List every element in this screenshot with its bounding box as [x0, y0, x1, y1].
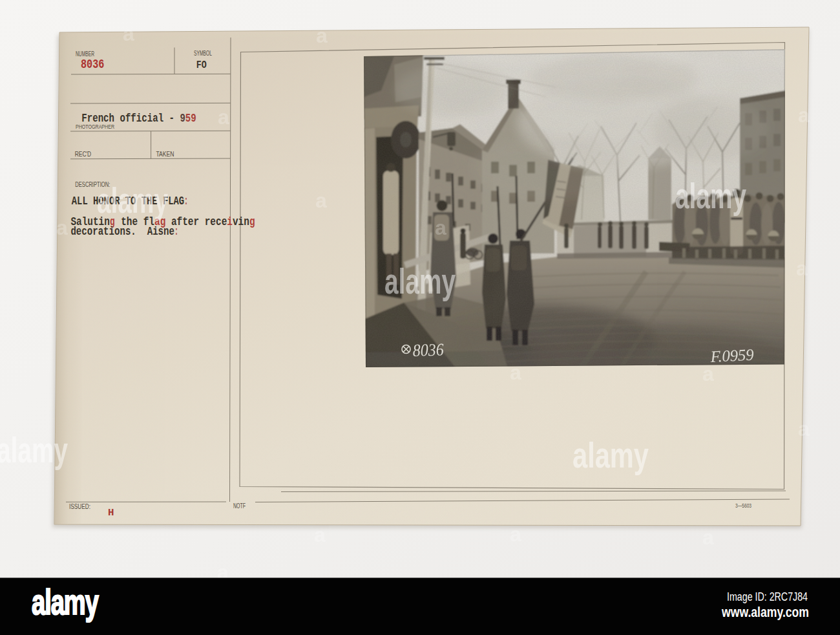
svg-text:a: a: [316, 24, 328, 47]
svg-text:a: a: [435, 216, 446, 239]
svg-text:rece: rece: [205, 215, 227, 228]
svg-text:ISSUED:: ISSUED:: [69, 502, 90, 510]
svg-text:a: a: [702, 362, 714, 385]
svg-text:NUMBER: NUMBER: [76, 50, 94, 58]
svg-text::: :: [184, 195, 188, 208]
svg-text:i: i: [227, 215, 233, 228]
svg-text:a: a: [56, 216, 68, 239]
svg-text:SYMBOL: SYMBOL: [194, 49, 212, 57]
svg-text:www.alamy.com: www.alamy.com: [721, 604, 809, 620]
svg-text:alamy: alamy: [0, 429, 68, 470]
svg-text:g: g: [249, 215, 255, 228]
svg-text:French official -: French official -: [81, 111, 174, 125]
svg-text:vin: vin: [233, 215, 249, 228]
svg-text:a: a: [314, 523, 326, 546]
svg-text:a: a: [315, 189, 327, 212]
svg-text:alamy: alamy: [675, 175, 746, 216]
svg-text:alamy: alamy: [32, 582, 99, 622]
svg-text:H: H: [108, 508, 114, 519]
svg-text:a: a: [218, 105, 229, 129]
svg-text:3—5603: 3—5603: [735, 502, 751, 509]
svg-text:a: a: [510, 361, 521, 384]
svg-text:a: a: [798, 103, 810, 127]
svg-text:a: a: [510, 522, 521, 546]
svg-text:a: a: [702, 526, 714, 549]
svg-text:8036: 8036: [412, 339, 444, 360]
svg-text:Aisne: Aisne: [147, 225, 174, 238]
svg-text:a: a: [798, 417, 810, 440]
svg-text:a: a: [123, 22, 134, 45]
svg-text:Image ID: 2RC7J84: Image ID: 2RC7J84: [727, 590, 808, 603]
svg-text:FO: FO: [196, 59, 207, 71]
svg-text:REC'D: REC'D: [75, 150, 92, 158]
svg-text:decorations.: decorations.: [70, 225, 136, 238]
svg-text:ALL: ALL: [72, 195, 88, 208]
svg-text:TAKEN: TAKEN: [156, 150, 174, 158]
svg-text:8036: 8036: [81, 57, 105, 72]
svg-text:a: a: [796, 257, 808, 280]
svg-text:59: 59: [185, 111, 196, 125]
svg-text:alamy: alamy: [97, 180, 168, 221]
svg-text:alamy: alamy: [572, 435, 649, 475]
svg-text:alamy: alamy: [384, 261, 456, 301]
svg-text:F.0959: F.0959: [709, 345, 755, 365]
svg-text:9: 9: [180, 111, 185, 125]
svg-text::: :: [174, 225, 178, 238]
svg-text:NOTF: NOTF: [233, 502, 246, 510]
